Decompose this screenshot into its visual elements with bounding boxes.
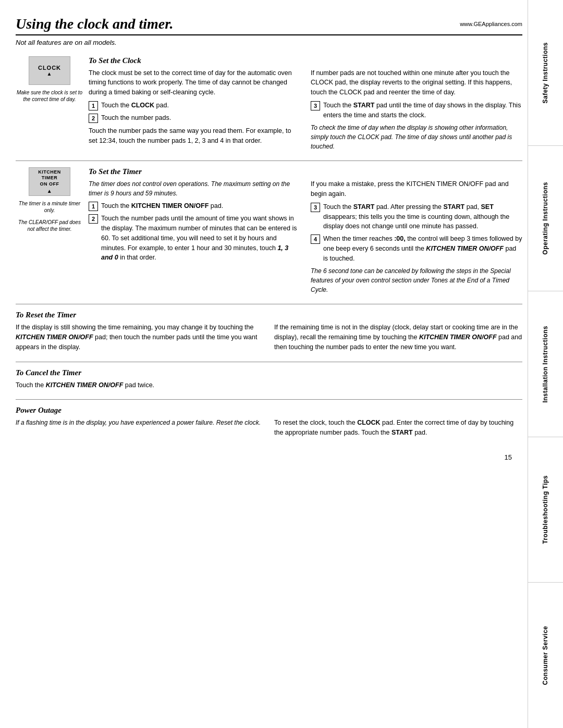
timer-label-1: KITCHEN: [38, 169, 61, 176]
tone-note: The 6 second tone can be canceled by fol…: [311, 266, 522, 294]
clock-note: To check the time of day when the displa…: [311, 123, 522, 151]
cancel-timer-text: Touch the KITCHEN TIMER ON/OFF pad twice…: [16, 380, 522, 390]
timer-caption-1: The timer is a minute timer only.: [16, 200, 83, 214]
cancel-timer-section: To Cancel the Timer Touch the KITCHEN TI…: [16, 368, 522, 400]
timer-icon: KITCHEN TIMER ON OFF ▲: [29, 167, 70, 196]
set-clock-right: If number pads are not touched within on…: [311, 68, 522, 155]
set-clock-intro: The clock must be set to the correct tim…: [89, 68, 300, 97]
reset-timer-title: To Reset the Timer: [16, 311, 522, 319]
timer-icon-column: KITCHEN TIMER ON OFF ▲ The timer is a mi…: [16, 167, 89, 298]
timer-step-4: 4 When the timer reaches :00, the contro…: [311, 234, 522, 263]
timer-steps: 1 Touch the KITCHEN TIMER ON/OFF pad. 2 …: [89, 201, 300, 263]
timer-label-2: TIMER: [38, 175, 61, 181]
timer-step-4-text: When the timer reaches :00, the control …: [323, 234, 522, 263]
website-url: www.GEAppliances.com: [460, 16, 522, 27]
power-outage-left-note: If a flashing time is in the display, yo…: [16, 418, 264, 427]
timer-step-1-text: Touch the KITCHEN TIMER ON/OFF pad.: [101, 201, 223, 211]
page-number: 15: [16, 453, 522, 461]
set-timer-section: KITCHEN TIMER ON OFF ▲ The timer is a mi…: [16, 167, 522, 304]
set-clock-title: To Set the Clock: [89, 56, 522, 65]
timer-step-num-3: 3: [311, 203, 320, 212]
step-3-text: Touch the START pad until the time of da…: [323, 101, 522, 120]
power-outage-section: Power Outage If a flashing time is in th…: [16, 406, 522, 447]
set-clock-steps: 1 Touch the CLOCK pad. 2 Touch the numbe…: [89, 101, 300, 123]
step-2-text: Touch the number pads.: [101, 113, 171, 123]
clock-icon-column: CLOCK ▲ Make sure the clock is set to th…: [16, 56, 89, 155]
right-sidebar: Safety Instructions Operating Instructio…: [528, 0, 563, 728]
sidebar-tab-operating-label: Operating Instructions: [542, 182, 550, 255]
sidebar-tab-safety: Safety Instructions: [528, 0, 563, 146]
page-title: Using the clock and timer.: [16, 16, 174, 32]
timer-label-3: ON OFF: [38, 181, 61, 188]
sidebar-tab-troubleshooting-label: Troubleshooting Tips: [542, 475, 550, 544]
power-outage-right-text: To reset the clock, touch the CLOCK pad.…: [274, 418, 522, 438]
timer-step-3: 3 Touch the START pad. After pressing th…: [311, 202, 522, 231]
set-clock-middle: Touch the number pads the same way you r…: [89, 126, 300, 146]
reset-timer-right: If the remaining time is not in the disp…: [274, 323, 522, 355]
set-clock-section: CLOCK ▲ Make sure the clock is set to th…: [16, 56, 522, 162]
set-clock-content: To Set the Clock The clock must be set t…: [89, 56, 522, 155]
set-timer-left: The timer does not control oven operatio…: [89, 179, 300, 298]
power-outage-title: Power Outage: [16, 406, 522, 415]
set-timer-title: To Set the Timer: [89, 167, 522, 176]
sidebar-tab-installation-label: Installation Instructions: [542, 326, 550, 403]
timer-step-2-text: Touch the number pads until the amount o…: [101, 214, 300, 263]
timer-mistake: If you make a mistake, press the KITCHEN…: [311, 179, 522, 199]
set-timer-layout: The timer does not control oven operatio…: [89, 179, 522, 298]
clock-arrow: ▲: [38, 71, 61, 77]
reset-timer-left-text: If the display is still showing the time…: [16, 323, 264, 352]
set-clock-left: The clock must be set to the correct tim…: [89, 68, 300, 155]
timer-left-note: The timer does not control oven operatio…: [89, 179, 300, 198]
power-outage-right: To reset the clock, touch the CLOCK pad.…: [274, 418, 522, 441]
set-timer-right: If you make a mistake, press the KITCHEN…: [311, 179, 522, 298]
clock-icon: CLOCK ▲: [29, 56, 70, 85]
step-item-1: 1 Touch the CLOCK pad.: [89, 101, 300, 110]
main-content: Using the clock and timer. www.GEApplian…: [0, 0, 528, 728]
power-outage-layout: If a flashing time is in the display, yo…: [16, 418, 522, 441]
page-header: Using the clock and timer. www.GEApplian…: [16, 16, 522, 35]
step-num-3: 3: [311, 101, 320, 110]
page-container: Using the clock and timer. www.GEApplian…: [0, 0, 563, 728]
set-timer-content: To Set the Timer The timer does not cont…: [89, 167, 522, 298]
sidebar-tab-consumer: Consumer Service: [528, 583, 563, 728]
power-outage-left: If a flashing time is in the display, yo…: [16, 418, 264, 441]
step-item-2: 2 Touch the number pads.: [89, 113, 300, 123]
reset-timer-layout: If the display is still showing the time…: [16, 323, 522, 355]
sidebar-tab-safety-label: Safety Instructions: [542, 42, 550, 104]
subtitle: Not all features are on all models.: [16, 38, 522, 48]
reset-timer-right-text: If the remaining time is not in the disp…: [274, 323, 522, 352]
reset-timer-section: To Reset the Timer If the display is sti…: [16, 311, 522, 362]
sidebar-tab-installation: Installation Instructions: [528, 291, 563, 437]
set-clock-step3-list: 3 Touch the START pad until the time of …: [311, 101, 522, 120]
timer-step-num-4: 4: [311, 235, 320, 244]
step-1-text: Touch the CLOCK pad.: [101, 101, 169, 110]
cancel-timer-title: To Cancel the Timer: [16, 368, 522, 377]
clock-icon-label: CLOCK: [38, 65, 61, 71]
reset-timer-left: If the display is still showing the time…: [16, 323, 264, 355]
sidebar-tab-troubleshooting: Troubleshooting Tips: [528, 437, 563, 583]
sidebar-tab-consumer-label: Consumer Service: [542, 626, 550, 685]
step-num-2: 2: [89, 114, 98, 123]
set-clock-layout: The clock must be set to the correct tim…: [89, 68, 522, 155]
clock-icon-caption: Make sure the clock is set to the correc…: [16, 89, 83, 103]
timer-step-3-text: Touch the START pad. After pressing the …: [323, 202, 522, 231]
step-item-3: 3 Touch the START pad until the time of …: [311, 101, 522, 120]
timer-step-1: 1 Touch the KITCHEN TIMER ON/OFF pad.: [89, 201, 300, 211]
timer-step-num-2: 2: [89, 214, 98, 224]
sidebar-tab-operating: Operating Instructions: [528, 146, 563, 292]
timer-steps-right: 3 Touch the START pad. After pressing th…: [311, 202, 522, 264]
timer-step-2: 2 Touch the number pads until the amount…: [89, 214, 300, 263]
step-num-1: 1: [89, 101, 98, 110]
timer-step-num-1: 1: [89, 202, 98, 211]
set-clock-right-note: If number pads are not touched within on…: [311, 68, 522, 97]
timer-caption-2: The CLEAR/OFF pad does not affect the ti…: [16, 219, 83, 232]
